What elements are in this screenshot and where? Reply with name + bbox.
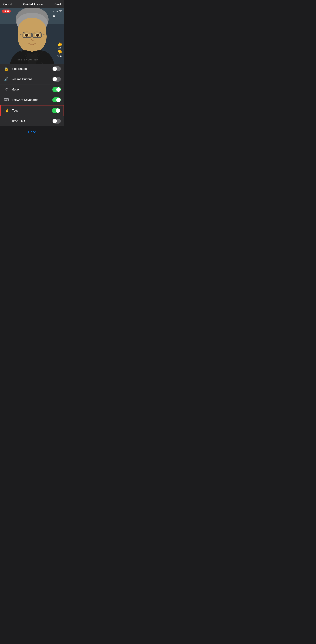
thumbs-down-icon: 👎 xyxy=(57,50,62,55)
motion-label: Motion xyxy=(12,88,52,91)
volume-buttons-label: Volume Buttons xyxy=(12,78,52,81)
svg-point-5 xyxy=(18,18,46,41)
time-limit-label: Time Limit xyxy=(12,120,52,123)
like-button[interactable]: 👍 1.3K xyxy=(57,42,62,49)
back-icon[interactable]: ‹ xyxy=(3,14,4,18)
time-limit-toggle[interactable] xyxy=(52,118,61,124)
status-time: 11:41 xyxy=(2,10,11,13)
done-section: Done xyxy=(0,126,64,138)
page-title: Guided Access xyxy=(23,3,43,6)
video-preview: THE SHOOTER 11:41 ∿ 40 ‹ ⚲ ⋮ 👍 1.3 xyxy=(0,8,64,64)
settings-item-motion: ↺ Motion xyxy=(0,84,64,95)
touch-label: Touch xyxy=(12,109,52,112)
settings-item-time-limit: ⏱ Time Limit xyxy=(0,116,64,126)
side-button-toggle-knob xyxy=(53,67,57,71)
touch-icon: ☝ xyxy=(4,108,10,113)
signal-icon xyxy=(52,10,55,12)
svg-point-9 xyxy=(36,34,39,37)
software-keyboards-icon: ⌨ xyxy=(3,98,9,102)
svg-point-12 xyxy=(26,34,26,35)
cancel-button[interactable]: Cancel xyxy=(3,3,12,6)
settings-item-side-button: 🔒 Side Button xyxy=(0,64,64,74)
search-icon[interactable]: ⚲ xyxy=(53,14,55,18)
settings-item-software-keyboards: ⌨ Software Keyboards xyxy=(0,95,64,105)
volume-buttons-toggle[interactable] xyxy=(52,77,61,82)
side-button-icon: 🔒 xyxy=(3,67,9,71)
more-icon[interactable]: ⋮ xyxy=(58,14,62,18)
motion-toggle-knob xyxy=(56,88,61,92)
motion-icon: ↺ xyxy=(3,88,9,92)
volume-buttons-toggle-knob xyxy=(53,77,57,81)
svg-point-13 xyxy=(37,34,37,35)
video-nav-bar: ‹ ⚲ ⋮ xyxy=(0,14,64,18)
guided-access-header: Cancel Guided Access Start xyxy=(0,0,64,8)
svg-text:THE SHOOTER: THE SHOOTER xyxy=(17,58,39,61)
done-button[interactable]: Done xyxy=(28,130,36,134)
status-right-icons: ∿ 40 xyxy=(52,10,62,12)
volume-buttons-icon: 🔊 xyxy=(3,77,9,81)
side-button-label: Side Button xyxy=(12,67,52,71)
battery-icon: 40 xyxy=(59,10,62,12)
wifi-icon: ∿ xyxy=(56,10,58,12)
settings-item-touch: ☝ Touch xyxy=(0,105,64,116)
motion-toggle[interactable] xyxy=(52,87,61,92)
settings-list: 🔒 Side Button 🔊 Volume Buttons ↺ Motion … xyxy=(0,64,64,126)
time-limit-toggle-knob xyxy=(53,119,57,123)
video-status-bar: 11:41 ∿ 40 xyxy=(0,10,64,13)
video-actions: 👍 1.3K 👎 Dislike xyxy=(57,42,62,57)
dislike-button[interactable]: 👎 Dislike xyxy=(57,50,62,57)
settings-item-volume-buttons: 🔊 Volume Buttons xyxy=(0,74,64,84)
nav-right-icons: ⚲ ⋮ xyxy=(53,14,62,18)
time-limit-icon: ⏱ xyxy=(3,119,9,123)
software-keyboards-label: Software Keyboards xyxy=(12,98,52,102)
software-keyboards-toggle-knob xyxy=(56,98,61,102)
touch-toggle-knob xyxy=(56,108,60,113)
side-button-toggle[interactable] xyxy=(52,66,61,71)
touch-toggle[interactable] xyxy=(52,108,60,113)
svg-point-8 xyxy=(25,34,28,37)
start-button[interactable]: Start xyxy=(55,3,61,6)
thumbs-up-icon: 👍 xyxy=(57,42,62,46)
software-keyboards-toggle[interactable] xyxy=(52,98,61,102)
